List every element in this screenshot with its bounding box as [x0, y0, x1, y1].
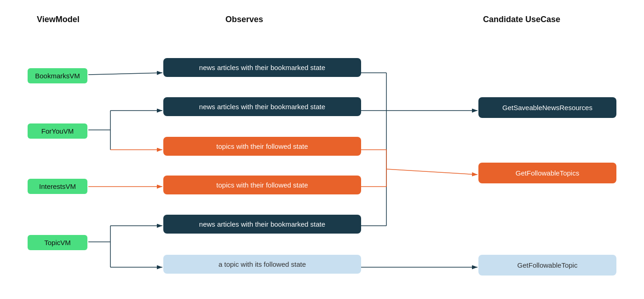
svg-line-20 [386, 169, 477, 175]
obs-box-4: topics with their followed state [163, 176, 361, 194]
uc-followable-topics: GetFollowableTopics [478, 163, 616, 183]
obs-box-2: news articles with their bookmarked stat… [163, 97, 361, 116]
uc-followable-topic: GetFollowableTopic [478, 255, 616, 276]
header-observes: Observes [225, 15, 263, 24]
uc-saveable: GetSaveableNewsResources [478, 97, 616, 118]
obs-box-1: news articles with their bookmarked stat… [163, 58, 361, 77]
obs-box-5: news articles with their bookmarked stat… [163, 215, 361, 234]
interests-vm: InterestsVM [28, 179, 87, 194]
bookmarks-vm: BookmarksVM [28, 68, 87, 83]
obs-box-3: topics with their followed state [163, 137, 361, 156]
topic-vm: TopicVM [28, 235, 87, 250]
svg-line-2 [88, 73, 162, 75]
foryou-vm: ForYouVM [28, 123, 87, 139]
header-usecase: Candidate UseCase [483, 15, 560, 24]
obs-box-6: a topic with its followed state [163, 255, 361, 274]
diagram: ViewModel Observes Candidate UseCase Boo… [0, 0, 644, 299]
header-viewmodel: ViewModel [37, 15, 80, 24]
